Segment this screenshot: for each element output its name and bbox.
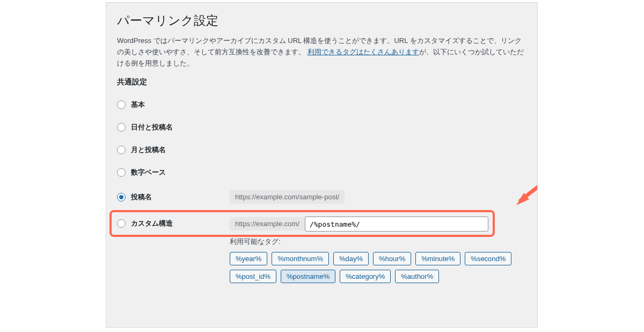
tag-pill-second[interactable]: %second%	[465, 252, 511, 265]
radio-monthpost[interactable]	[117, 146, 126, 154]
permalink-option-numeric[interactable]: 数字ベース	[117, 161, 526, 184]
label-monthpost: 月と投稿名	[131, 145, 166, 155]
permalink-option-default[interactable]: 基本	[117, 93, 526, 116]
label-custom: カスタム構造	[131, 219, 173, 228]
radio-postname[interactable]	[117, 193, 126, 201]
section-title: 共通設定	[117, 77, 526, 87]
permalink-option-datepost[interactable]: 日付と投稿名	[117, 116, 526, 139]
tag-pill-year[interactable]: %year%	[230, 252, 267, 265]
available-tags-link[interactable]: 利用できるタグはたくさんあります	[308, 48, 419, 56]
label-postname: 投稿名	[131, 192, 152, 202]
radio-custom[interactable]	[117, 219, 126, 228]
radio-default[interactable]	[117, 100, 126, 109]
permalink-option-postname[interactable]: 投稿名 https://example.com/sample-post/	[117, 184, 526, 210]
permalink-option-custom[interactable]: カスタム構造 https://example.com/ 利用可能なタグ: %ye…	[117, 210, 526, 290]
tag-pill-monthnum[interactable]: %monthnum%	[272, 252, 329, 265]
label-default: 基本	[131, 100, 145, 110]
tag-pills: %year%%monthnum%%day%%hour%%minute%%seco…	[230, 252, 526, 283]
label-numeric: 数字ベース	[131, 168, 166, 177]
radio-numeric[interactable]	[117, 168, 126, 177]
custom-base-url: https://example.com/	[230, 217, 305, 230]
settings-panel: パーマリンク設定 WordPress ではパーマリンクやアーカイブにカスタム U…	[106, 2, 538, 328]
tag-pill-post_id[interactable]: %post_id%	[230, 270, 276, 283]
page-title: パーマリンク設定	[117, 12, 526, 29]
custom-structure-input[interactable]	[305, 216, 488, 232]
tag-pill-minute[interactable]: %minute%	[415, 252, 460, 265]
sample-url-postname: https://example.com/sample-post/	[230, 190, 345, 204]
tag-pill-hour[interactable]: %hour%	[373, 252, 411, 265]
radio-datepost[interactable]	[117, 123, 126, 132]
tag-pill-author[interactable]: %author%	[395, 270, 439, 283]
tag-pill-day[interactable]: %day%	[333, 252, 369, 265]
intro-paragraph: WordPress ではパーマリンクやアーカイブにカスタム URL 構造を使うこ…	[117, 35, 526, 69]
tag-pill-category[interactable]: %category%	[340, 270, 391, 283]
available-tags-caption: 利用可能なタグ:	[230, 237, 526, 247]
tag-pill-postname[interactable]: %postname%	[281, 270, 335, 283]
label-datepost: 日付と投稿名	[131, 122, 173, 132]
permalink-option-monthpost[interactable]: 月と投稿名	[117, 139, 526, 161]
